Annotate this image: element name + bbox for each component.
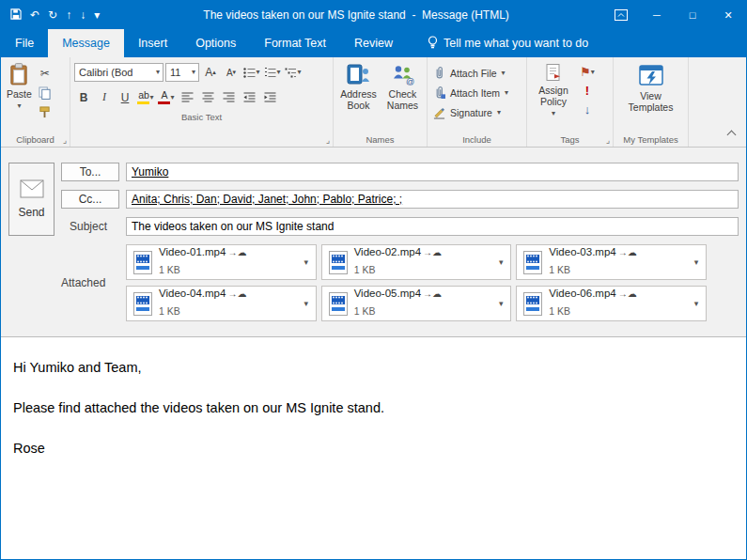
attachment-menu-caret-icon[interactable]: ▾ [689,245,704,279]
follow-up-button[interactable]: ⚑▾ [578,63,597,81]
numbering-button[interactable]: ▾ [263,64,282,82]
attach-file-caret-icon: ▾ [502,70,506,77]
body-greeting: Hi Yumiko and Team, [13,358,734,377]
to-button[interactable]: To... [61,163,119,181]
copy-button[interactable] [36,84,54,101]
tab-file[interactable]: File [1,29,48,57]
attachment-name: Video-01.mp4 [159,245,226,259]
low-importance-button[interactable]: ↓ [578,101,597,118]
attachment-size: 1 KB [354,264,376,275]
customize-qat-caret-icon[interactable]: ▾ [94,9,100,21]
save-icon[interactable] [10,8,22,22]
multilevel-list-button[interactable]: ▾ [284,64,303,82]
tab-insert[interactable]: Insert [124,29,181,57]
undo-icon[interactable]: ↶ [30,9,39,21]
high-importance-button[interactable]: ! [578,82,597,100]
underline-button[interactable]: U [116,88,134,106]
to-field[interactable]: Yumiko [126,163,739,181]
redo-icon[interactable]: ↻ [48,9,57,21]
attachment-tile[interactable]: Video-03.mp4→☁1 KB ▾ [516,244,707,280]
send-button[interactable]: Send [8,163,54,236]
previous-item-icon[interactable]: ↑ [66,9,71,21]
follow-up-flag-icon: ⚑ [580,65,591,79]
attachment-tile[interactable]: Video-05.mp4→☁1 KB ▾ [321,286,512,321]
tags-dialog-launcher-icon[interactable]: ⌟ [606,135,610,145]
signature-pen-icon [433,106,445,119]
attachment-menu-caret-icon[interactable]: ▾ [493,287,508,320]
assign-policy-button[interactable]: Assign Policy ▾ [529,59,578,132]
title-bar: ↶ ↻ ↑ ↓ ▾ The videos taken on our MS Ign… [1,1,746,29]
paste-button[interactable]: Paste ▾ [3,59,36,132]
shrink-font-button[interactable]: A▾ [222,64,241,82]
signature-caret-icon: ▾ [497,109,501,117]
font-color-button[interactable]: A ▾ [157,88,176,106]
check-names-button[interactable]: @ Check Names [381,59,425,132]
bold-button[interactable]: B [74,88,93,106]
message-body[interactable]: Hi Yumiko and Team, Please find attached… [1,336,746,559]
align-right-icon [223,92,235,102]
address-book-button[interactable]: Address Book [336,59,381,132]
subject-field[interactable]: The videos taken on our MS Ignite stand [126,217,739,236]
svg-text:@: @ [406,77,414,86]
bullets-button[interactable]: ▾ [242,64,261,82]
signature-button[interactable]: Signature ▾ [429,103,524,121]
decrease-indent-button[interactable] [240,88,258,106]
video-file-icon [329,292,348,316]
to-row: To... Yumiko [61,163,739,181]
maximize-button[interactable]: □ [675,1,710,29]
basic-text-group-label: Basic Text [181,112,222,122]
video-file-icon [523,251,542,274]
attachment-size: 1 KB [549,264,570,275]
attachment-menu-caret-icon[interactable]: ▾ [299,245,314,279]
numbering-caret-icon: ▾ [276,69,280,76]
align-right-button[interactable] [219,88,238,106]
attachment-tile[interactable]: Video-04.mp4→☁1 KB ▾ [126,286,317,321]
attachment-size: 1 KB [354,305,376,317]
attach-file-button[interactable]: Attach File ▾ [429,64,524,82]
increase-indent-button[interactable] [260,88,279,106]
tab-options[interactable]: Options [181,29,250,57]
paperclip-icon [433,66,445,80]
close-button[interactable]: ✕ [710,1,746,29]
align-left-button[interactable] [178,88,196,106]
view-templates-button[interactable]: View Templates [621,59,681,132]
tell-me-box[interactable]: Tell me what you want to do [420,29,596,57]
attach-item-button[interactable]: Attach Item ▾ [429,84,524,101]
next-item-icon[interactable]: ↓ [80,9,86,21]
cut-button[interactable]: ✂ [36,64,54,82]
check-names-icon: @ [391,63,415,86]
minimize-button[interactable]: ─ [639,1,675,29]
tab-format-text[interactable]: Format Text [250,29,340,57]
tab-review[interactable]: Review [340,29,407,57]
attachment-menu-caret-icon[interactable]: ▾ [299,287,314,320]
collapse-ribbon-button[interactable] [728,125,735,142]
cc-button[interactable]: Cc... [61,190,119,209]
attachment-tile[interactable]: Video-02.mp4→☁1 KB ▾ [321,244,512,280]
font-name-combo[interactable]: Calibri (Bod ▾ [74,63,163,82]
attachment-tile[interactable]: Video-06.mp4→☁1 KB ▾ [516,286,707,321]
attachment-tile[interactable]: Video-01.mp4→☁1 KB ▾ [126,244,317,280]
format-painter-button[interactable] [36,103,54,121]
font-size-caret-icon: ▾ [189,69,195,76]
attachment-menu-caret-icon[interactable]: ▾ [493,245,508,279]
cc-field[interactable]: Anita; Chris; Dan; David; Janet; John; P… [126,190,739,209]
clipboard-dialog-launcher-icon[interactable]: ⌟ [63,135,67,145]
upload-to-cloud-icon: →☁ [423,288,442,300]
attach-item-caret-icon: ▾ [505,89,508,97]
names-group: Address Book @ Check Names Names [334,57,428,147]
assign-policy-icon [545,63,562,82]
highlight-color-bar-icon [137,101,149,104]
upload-to-cloud-icon: →☁ [423,246,442,258]
tags-group: Assign Policy ▾ ⚑▾ ! ↓ Tags ⌟ [527,57,614,147]
text-highlight-button[interactable]: ab ▾ [136,88,155,106]
align-center-button[interactable] [198,88,217,106]
view-templates-icon [639,63,663,87]
attachment-menu-caret-icon[interactable]: ▾ [689,287,704,320]
ribbon-display-options-icon[interactable] [603,1,639,29]
italic-button[interactable]: I [95,88,114,106]
font-size-combo[interactable]: 11 ▾ [165,63,199,82]
basic-text-dialog-launcher-icon[interactable]: ⌟ [326,135,330,145]
scissors-icon: ✂ [40,67,50,80]
grow-font-button[interactable]: A▴ [201,64,220,82]
tab-message[interactable]: Message [48,29,124,57]
